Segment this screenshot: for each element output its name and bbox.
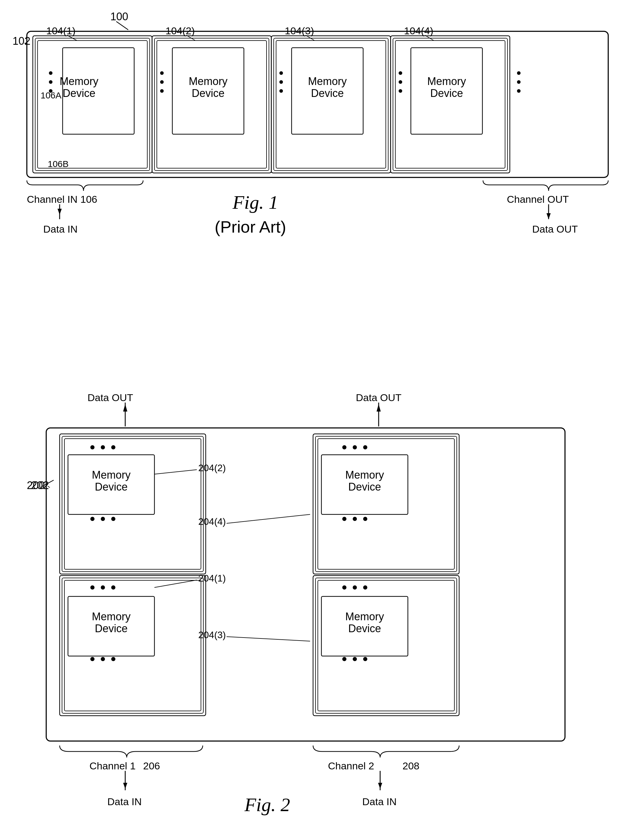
fig2-title: Fig. 2 [244, 794, 290, 815]
svg-point-6 [49, 71, 53, 75]
svg-marker-102 [378, 783, 382, 789]
svg-rect-77 [318, 438, 454, 569]
svg-point-83 [342, 517, 347, 521]
svg-line-62 [155, 470, 197, 474]
label-106b: 106B [48, 159, 69, 169]
svg-point-40 [517, 89, 521, 93]
svg-line-0 [116, 21, 128, 30]
data-out-label-fig1: Data OUT [532, 223, 578, 235]
svg-point-73 [111, 657, 115, 661]
channel2-label: Channel 2 [328, 760, 374, 771]
svg-point-17 [160, 89, 164, 93]
svg-point-7 [49, 80, 53, 84]
svg-line-86 [227, 514, 310, 523]
svg-rect-22 [276, 40, 386, 168]
label-104-1: 104(1) [46, 25, 75, 37]
svg-rect-21 [274, 38, 388, 171]
label-204-2: 204(2) [198, 462, 226, 473]
svg-point-72 [101, 657, 105, 661]
svg-point-8 [49, 89, 53, 93]
svg-point-34 [399, 80, 402, 84]
channel1-ref: 206 [143, 760, 160, 771]
svg-point-90 [342, 586, 347, 590]
data-in-label: Data IN [43, 223, 78, 235]
svg-point-56 [111, 445, 115, 450]
svg-rect-13 [157, 40, 267, 168]
svg-text:Device: Device [62, 87, 96, 99]
svg-point-54 [90, 445, 94, 450]
svg-point-39 [517, 80, 521, 84]
label-204-1: 204(1) [198, 573, 226, 584]
svg-point-67 [101, 586, 105, 590]
svg-text:Device: Device [95, 481, 128, 493]
svg-point-97 [363, 657, 367, 661]
svg-rect-88 [315, 578, 457, 713]
svg-rect-89 [318, 580, 454, 711]
svg-point-80 [363, 445, 367, 450]
channel1-brace [60, 746, 203, 757]
label-204-3: 204(3) [198, 629, 226, 640]
mem-device-3-fig2: Memory [345, 610, 384, 622]
svg-marker-49 [377, 404, 381, 411]
label-202: 202 [31, 479, 49, 491]
label-104-2: 104(2) [165, 25, 195, 37]
channel-out-label: Channel OUT [507, 194, 569, 205]
svg-rect-76 [315, 436, 457, 572]
svg-point-24 [280, 71, 283, 75]
svg-point-61 [111, 517, 115, 521]
svg-rect-53 [64, 438, 201, 569]
channel1-label: Channel 1 [89, 760, 136, 771]
data-in-right-label: Data IN [362, 796, 396, 807]
data-in-left-label: Data IN [107, 796, 142, 807]
svg-line-98 [227, 637, 310, 641]
svg-point-16 [160, 80, 164, 84]
svg-point-55 [101, 445, 105, 450]
svg-rect-64 [62, 578, 203, 713]
figure-1: 100 102 104(1) 106A 106B Memory Device 1… [0, 0, 644, 373]
svg-rect-31 [395, 40, 505, 168]
svg-point-78 [342, 445, 347, 450]
label-204-4: 204(4) [198, 516, 226, 527]
svg-marker-100 [123, 783, 127, 789]
svg-rect-65 [64, 580, 201, 711]
fig1-title: Fig. 1 [232, 192, 278, 213]
channel2-ref: 208 [403, 760, 419, 771]
label-104-3: 104(3) [285, 25, 314, 37]
svg-text:Device: Device [95, 622, 128, 635]
svg-marker-47 [123, 404, 127, 411]
svg-point-85 [363, 517, 367, 521]
channel-in-label: Channel IN 106 [27, 194, 97, 205]
svg-point-66 [90, 586, 94, 590]
label-104-4: 104(4) [404, 25, 433, 37]
label-100: 100 [110, 10, 128, 22]
channel-out-brace [483, 181, 608, 191]
svg-rect-3 [35, 38, 150, 171]
svg-point-96 [353, 657, 357, 661]
mem-device-2: Memory [189, 75, 227, 87]
svg-point-33 [399, 71, 402, 75]
svg-point-68 [111, 586, 115, 590]
svg-rect-29 [391, 36, 510, 173]
mem-device-3: Memory [308, 75, 347, 87]
svg-point-71 [90, 657, 94, 661]
module-102-rect [27, 31, 608, 178]
mem-device-4: Memory [427, 75, 466, 87]
svg-rect-4 [38, 40, 147, 168]
mem-device-1-fig2: Memory [92, 610, 131, 622]
mem-device-1: Memory [60, 75, 98, 87]
data-out-right-label: Data OUT [356, 392, 401, 403]
channel2-brace [313, 746, 459, 757]
svg-marker-44 [547, 213, 551, 219]
svg-text:Device: Device [348, 481, 381, 493]
svg-point-60 [101, 517, 105, 521]
svg-text:Device: Device [192, 87, 225, 99]
label-102: 102 [13, 35, 30, 47]
svg-point-95 [342, 657, 347, 661]
svg-marker-42 [58, 209, 62, 215]
mem-device-4-fig2: Memory [345, 469, 384, 481]
svg-point-59 [90, 517, 94, 521]
svg-text:Device: Device [348, 622, 381, 635]
figure-2: 200 Data OUT Data OUT 202 Memory Device … [0, 373, 644, 832]
svg-point-15 [160, 71, 164, 75]
svg-rect-20 [271, 36, 391, 173]
